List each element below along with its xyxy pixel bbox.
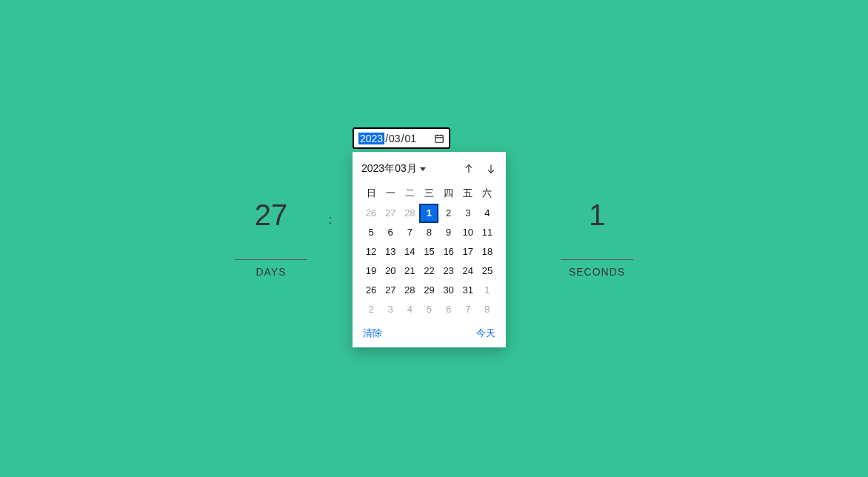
countdown-seconds-label: SECONDS <box>561 259 633 278</box>
calendar-day[interactable]: 29 <box>419 281 438 300</box>
calendar-day[interactable]: 17 <box>458 242 478 261</box>
calendar-dow: 三 <box>419 183 438 204</box>
calendar-day[interactable]: 18 <box>478 242 497 261</box>
calendar-day[interactable]: 2 <box>361 300 381 319</box>
countdown-seconds-value: 1 <box>545 200 649 259</box>
countdown-days: 27 DAYS <box>219 200 323 278</box>
calendar-dow: 二 <box>400 183 419 204</box>
calendar-day[interactable]: 21 <box>400 261 419 281</box>
calendar-day[interactable]: 11 <box>478 223 497 242</box>
calendar-day[interactable]: 22 <box>419 261 438 281</box>
calendar-day[interactable]: 31 <box>458 281 478 300</box>
calendar-day[interactable]: 7 <box>400 223 419 242</box>
next-month-button[interactable] <box>485 163 497 175</box>
calendar-month-button[interactable]: 2023年03月 <box>361 162 426 176</box>
calendar-day[interactable]: 23 <box>439 261 458 281</box>
calendar-day[interactable]: 27 <box>381 281 400 300</box>
calendar-header: 2023年03月 <box>361 162 497 176</box>
calendar-today-button[interactable]: 今天 <box>476 327 495 340</box>
calendar-day[interactable]: 4 <box>400 300 419 319</box>
calendar-footer: 清除 今天 <box>361 327 497 340</box>
calendar-day[interactable]: 25 <box>478 261 497 281</box>
calendar-day[interactable]: 9 <box>439 223 458 242</box>
calendar-day[interactable]: 30 <box>439 281 458 300</box>
calendar-day[interactable]: 2 <box>439 204 458 223</box>
calendar-day[interactable]: 1 <box>419 204 438 223</box>
calendar-day[interactable]: 6 <box>439 300 458 319</box>
calendar-day[interactable]: 24 <box>458 261 478 281</box>
calendar-title: 2023年03月 <box>361 162 417 176</box>
calendar-day[interactable]: 26 <box>361 281 381 300</box>
calendar-day[interactable]: 3 <box>381 300 400 319</box>
calendar-day[interactable]: 3 <box>458 204 478 223</box>
calendar-day[interactable]: 8 <box>419 223 438 242</box>
calendar-icon[interactable] <box>434 133 444 144</box>
calendar-day[interactable]: 19 <box>361 261 381 281</box>
calendar-day[interactable]: 6 <box>381 223 400 242</box>
calendar-day[interactable]: 12 <box>361 242 381 261</box>
calendar-day[interactable]: 26 <box>361 204 381 223</box>
calendar-day[interactable]: 14 <box>400 242 419 261</box>
prev-month-button[interactable] <box>463 163 475 175</box>
countdown-days-label: DAYS <box>235 259 307 278</box>
calendar-day[interactable]: 27 <box>381 204 400 223</box>
calendar-day[interactable]: 8 <box>478 300 497 319</box>
calendar-day[interactable]: 4 <box>478 204 497 223</box>
calendar-day[interactable]: 7 <box>458 300 478 319</box>
dropdown-icon <box>420 167 426 171</box>
calendar-day[interactable]: 20 <box>381 261 400 281</box>
calendar-day[interactable]: 28 <box>400 204 419 223</box>
date-day-segment[interactable]: 01 <box>405 133 417 144</box>
svg-rect-0 <box>435 135 444 141</box>
date-input[interactable]: 2023 / 03 / 01 <box>353 127 450 149</box>
calendar-day[interactable]: 10 <box>458 223 478 242</box>
date-year-segment[interactable]: 2023 <box>358 133 384 144</box>
calendar-dow: 六 <box>478 183 497 204</box>
calendar-day[interactable]: 1 <box>478 281 497 300</box>
calendar-dow: 四 <box>439 183 458 204</box>
calendar-dow: 日 <box>361 183 381 204</box>
calendar-dow: 五 <box>458 183 478 204</box>
calendar-dow: 一 <box>381 183 400 204</box>
date-month-segment[interactable]: 03 <box>389 133 401 144</box>
calendar-day[interactable]: 5 <box>361 223 381 242</box>
calendar-day[interactable]: 13 <box>381 242 400 261</box>
calendar-popup: 2023年03月 日一二三四五六262728123456789101112131… <box>353 152 506 347</box>
calendar-clear-button[interactable]: 清除 <box>363 327 382 340</box>
countdown-seconds: 1 SECONDS <box>545 200 649 278</box>
countdown-separator: : <box>323 200 338 278</box>
calendar-grid: 日一二三四五六262728123456789101112131415161718… <box>361 183 497 319</box>
countdown-days-value: 27 <box>219 200 323 259</box>
calendar-day[interactable]: 15 <box>419 242 438 261</box>
calendar-day[interactable]: 5 <box>419 300 438 319</box>
calendar-day[interactable]: 16 <box>439 242 458 261</box>
calendar-day[interactable]: 28 <box>400 281 419 300</box>
